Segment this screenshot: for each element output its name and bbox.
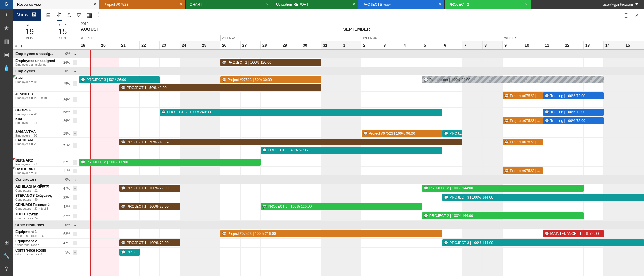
chevron-down-icon[interactable]: ⌄ (74, 223, 77, 227)
tab-project-07523[interactable]: Project #07523× (99, 0, 186, 9)
import-icon[interactable]: ⬚ (623, 12, 629, 18)
task-bar[interactable]: 💬PROJECT 1 | 70% 218:24 (119, 139, 462, 145)
chevron-down-icon[interactable]: ⌄ (74, 177, 77, 182)
task-bar[interactable]: 💬PROJECT 1 | 50% 48:00 (119, 84, 321, 91)
task-bar[interactable]: 💬PROJ... (442, 130, 462, 137)
resource-row[interactable]: SAMANTHAEmployees = 2628%+ (13, 129, 79, 138)
add-task-button[interactable]: + (73, 143, 77, 148)
day-header[interactable]: 24 (180, 41, 200, 49)
add-task-button[interactable]: + (73, 118, 77, 123)
settings-icon[interactable]: ⊞ (3, 239, 10, 245)
task-bar[interactable]: 💬PROJECT 3 | 50% 36:00 (79, 76, 160, 83)
clipboard-icon[interactable]: ▣ (3, 51, 10, 58)
tab-chart[interactable]: CHART× (186, 0, 272, 9)
wrench-icon[interactable]: 🔧 (3, 252, 10, 259)
task-bar[interactable]: 💬Project #07523 | 50% 30:00 (220, 76, 321, 83)
timeline-row[interactable]: 💬Project #07523 | 100% 216:00💬MAINTENANC… (79, 229, 644, 239)
add-task-button[interactable]: + (73, 186, 77, 191)
group-header[interactable]: Employees unassig...0%⌄ (13, 50, 79, 58)
day-header[interactable]: 4 (402, 41, 422, 49)
resource-row[interactable]: JENNIFEREmployees = 19 + multi26%+ (13, 92, 79, 108)
task-bar[interactable]: 💬PROJECT 2 | 100% 120:00 (261, 203, 422, 210)
resource-row[interactable]: JUDITH יהודיתContractors = 2432%+ (13, 211, 79, 221)
tab-project-2[interactable]: PROJECT 2× (445, 0, 531, 9)
date-from[interactable]: AUG 19 MON (13, 21, 46, 41)
day-header[interactable]: 25 (200, 41, 220, 49)
chart-icon[interactable]: ▥ (3, 38, 10, 44)
resource-row[interactable]: BERNARDEmployees = 2737%+ (13, 158, 79, 167)
day-header[interactable]: 7 (462, 41, 483, 49)
day-header[interactable]: 20 (99, 41, 119, 49)
add-task-button[interactable]: + (73, 60, 77, 65)
add-task-button[interactable]: + (73, 241, 77, 245)
close-icon[interactable]: × (439, 2, 441, 7)
timeline-row[interactable]: 💬PROJECT 1 | 100% 72:00💬PROJECT 3 | 100%… (79, 239, 644, 248)
resource-row[interactable]: LACHLANEmployees = 2571%+ (13, 138, 79, 154)
timeline-row[interactable]: 💬Project #07523 | ... (79, 167, 644, 175)
timeline-row[interactable]: 💬Project #07523 | ...💬Training | 100% 72… (79, 116, 644, 125)
sort-desc-icon[interactable]: ⬍ (20, 44, 23, 48)
resource-row[interactable]: Conference RoomOther resources = 65%+ (13, 248, 79, 257)
close-icon[interactable]: × (353, 2, 355, 7)
timeline-row[interactable]: 💬PROJECT 3 | 100% 144:00 (79, 193, 644, 202)
task-bar[interactable]: 💬PROJECT 2 | 100% 144:00 (422, 212, 584, 219)
task-bar[interactable]: 💬PROJECT 2 | 100% 144:00 (422, 185, 584, 192)
task-bar[interactable]: 💬PROJ... (119, 249, 140, 256)
day-header[interactable]: 6 (442, 41, 462, 49)
filter-icon[interactable]: ▽ (77, 12, 81, 18)
day-header[interactable]: 26 (220, 41, 241, 49)
sort-icon[interactable]: ⇵ (57, 11, 62, 21)
star-icon[interactable]: ★ (3, 25, 10, 31)
task-bar[interactable]: 💬MAINTENANCE | 100% 72:00 (543, 230, 603, 237)
tab-projects-view[interactable]: PROJECTS view× (358, 0, 445, 9)
add-task-button[interactable]: + (73, 205, 77, 209)
day-header[interactable]: 23 (160, 41, 180, 49)
task-bar[interactable]: 💬Training | 100% 72:00 (543, 92, 603, 99)
resource-row[interactable]: Equipment 1Other resources = 1663%+ (13, 229, 79, 239)
add-task-button[interactable]: + (73, 81, 77, 86)
task-bar[interactable]: 💬PROJECT 2 | 100% 63:00 (79, 159, 261, 166)
add-task-button[interactable]: + (73, 169, 77, 173)
task-bar[interactable]: 💬PROJECT 1 | 100% 72:00 (119, 185, 180, 192)
tab-resource-view[interactable]: Resource view× (13, 0, 99, 9)
timeline-row[interactable]: 💬Project #07523 | ...💬Training | 100% 72… (79, 92, 644, 108)
day-header[interactable]: 21 (119, 41, 140, 49)
day-header[interactable]: 28 (261, 41, 281, 49)
day-header[interactable]: 31 (321, 41, 341, 49)
task-bar[interactable]: 💬Placeholder | 100% 84:00 (422, 76, 604, 83)
timeline-row[interactable]: 💬PROJECT 2 | 100% 63:00 (79, 158, 644, 167)
task-bar[interactable]: 💬PROJECT 3 | 40% 57:36 (261, 147, 442, 154)
timeline-row[interactable]: 💬PROJECT 3 | 50% 36:00💬Project #07523 | … (79, 75, 644, 92)
timeline-row[interactable]: 💬PROJECT 3 | 100% 240:00💬Training | 100%… (79, 108, 644, 116)
day-header[interactable]: 13 (584, 41, 604, 49)
app-logo[interactable]: G (0, 0, 13, 9)
day-header[interactable]: 22 (140, 41, 160, 49)
timeline-row[interactable]: 💬Project #07523 | 100% 96:00💬PROJ... (79, 129, 644, 138)
resource-row[interactable]: Equipment 2Other resources = 1747%+ (13, 239, 79, 248)
timeline-row[interactable]: 💬PROJECT 1 | 100% 120:00 (79, 58, 644, 67)
task-bar[interactable]: 💬Project #07523 | ... (503, 139, 543, 145)
date-to[interactable]: SEP 15 SUN (46, 21, 79, 41)
task-bar[interactable]: 💬PROJECT 3 | 100% 240:00 (160, 109, 442, 116)
day-header[interactable]: 19 (79, 41, 99, 49)
add-task-button[interactable]: + (73, 232, 77, 236)
task-bar[interactable]: 💬Project #07523 | 100% 216:00 (220, 230, 442, 237)
day-header[interactable]: 30 (301, 41, 321, 49)
add-task-button[interactable]: + (73, 131, 77, 136)
resource-row[interactable]: KIMEmployees = 2126%+ (13, 116, 79, 125)
group-header[interactable]: Contractors0%⌄ (13, 175, 79, 184)
day-header[interactable]: 3 (382, 41, 402, 49)
timeline-row[interactable]: 💬PROJ... (79, 248, 644, 257)
add-task-button[interactable]: + (73, 110, 77, 114)
resource-row[interactable]: JANEEmployees = 1879%+ (13, 75, 79, 92)
indent-icon[interactable]: ⊟ (46, 12, 51, 18)
task-bar[interactable]: 💬Project #07523 | 100% 96:00 (362, 130, 442, 137)
chevron-down-icon[interactable]: ⌄ (74, 69, 77, 73)
task-bar[interactable]: 💬Training | 100% 72:00 (543, 109, 603, 116)
close-icon[interactable]: × (525, 2, 528, 7)
add-task-button[interactable]: + (73, 195, 77, 200)
task-bar[interactable]: 💬PROJECT 1 | 100% 72:00 (119, 239, 180, 246)
resource-row[interactable]: ABHILASHA अभिलाषाContractors = 2247%+ (13, 184, 79, 193)
day-header[interactable]: 29 (281, 41, 301, 49)
drop-icon[interactable]: 💧 (3, 65, 10, 71)
